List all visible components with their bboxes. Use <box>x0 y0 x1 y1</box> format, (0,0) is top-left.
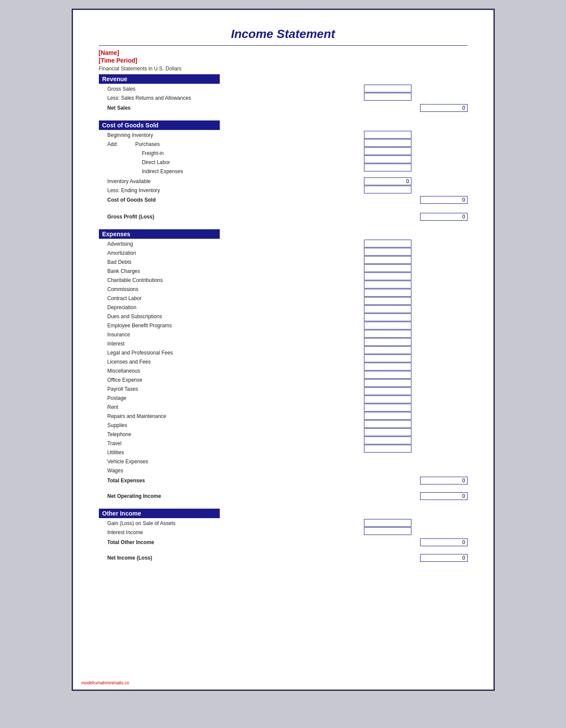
cogs-section-header: Cost of Goods Sold <box>99 120 220 130</box>
expense-input-14[interactable] <box>364 355 411 362</box>
interest-income-label: Interest Income <box>108 529 143 535</box>
cogs-label: Cost of Goods Sold <box>108 197 156 203</box>
expense-item-4: Charitable Contributions <box>108 277 163 283</box>
add-label: Add: <box>108 141 118 147</box>
expense-item-6: Contract Labor <box>108 295 142 301</box>
expense-item-7: Depreciation <box>108 304 136 310</box>
less-sales-input[interactable] <box>364 93 411 101</box>
expenses-section-header: Expenses <box>99 229 220 239</box>
gross-sales-label: Gross Sales <box>108 86 136 92</box>
purchases-input[interactable] <box>364 139 411 147</box>
expense-input-1[interactable] <box>364 248 411 256</box>
expense-item-1: Amortization <box>108 250 136 256</box>
total-expenses-label: Total Expenses <box>108 478 145 484</box>
expense-item-11: Interest <box>108 341 125 347</box>
expense-item-2: Bad Debts <box>108 259 132 265</box>
expense-input-16[interactable] <box>364 371 411 379</box>
direct-labor-input[interactable] <box>364 155 411 163</box>
inventory-available-value[interactable]: 0 <box>364 177 411 185</box>
expense-input-12[interactable] <box>364 338 411 346</box>
gross-sales-input[interactable] <box>364 85 411 92</box>
expense-item-3: Bank Charges <box>108 268 140 274</box>
less-sales-label: Less: Sales Returns and Allowances <box>108 95 191 101</box>
freight-in-input[interactable] <box>364 147 411 155</box>
expense-input-25[interactable] <box>364 445 411 453</box>
revenue-section-header: Revenue <box>99 74 220 84</box>
expense-input-10[interactable] <box>364 322 411 329</box>
interest-income-input[interactable] <box>364 527 411 535</box>
name-field[interactable]: [Name] <box>99 49 468 56</box>
beginning-inventory-input[interactable] <box>364 131 411 139</box>
total-other-income-value[interactable]: 0 <box>420 538 468 546</box>
expense-item-18: Rent <box>108 404 118 410</box>
expense-item-10: Insurance <box>108 332 130 338</box>
time-period-field[interactable]: [Time Period] <box>99 57 468 64</box>
net-sales-value[interactable]: 0 <box>420 104 468 112</box>
expense-item-15: Office Expense <box>108 377 142 383</box>
expense-input-3[interactable] <box>364 264 411 272</box>
expense-input-4[interactable] <box>364 272 411 280</box>
inventory-available-label: Inventory Available <box>108 178 151 184</box>
less-ending-inventory-input[interactable] <box>364 186 411 193</box>
expense-input-19[interactable] <box>364 396 411 403</box>
expense-item-24: Vehicle Expenses <box>108 459 149 465</box>
income-statement-page: Income Statement [Name] [Time Period] Fi… <box>72 9 495 691</box>
indirect-expenses-input[interactable] <box>364 164 411 171</box>
expense-input-13[interactable] <box>364 346 411 354</box>
expense-input-9[interactable] <box>364 313 411 321</box>
expense-input-21[interactable] <box>364 412 411 420</box>
expense-item-14: Miscellaneous <box>108 368 140 374</box>
subtitle: Financial Statements in U.S. Dollars <box>99 66 468 72</box>
expense-input-20[interactable] <box>364 404 411 411</box>
expense-input-0[interactable] <box>364 240 411 247</box>
less-ending-inventory-label: Less: Ending Inventory <box>108 187 160 193</box>
freight-in-label: Freight-in <box>142 150 164 156</box>
expense-item-25: Wages <box>108 468 123 474</box>
expense-input-17[interactable] <box>364 379 411 387</box>
expense-item-16: Payroll Taxes <box>108 386 138 392</box>
expense-input-23[interactable] <box>364 428 411 436</box>
total-expenses-value[interactable]: 0 <box>420 477 468 484</box>
beginning-inventory-label: Beginning Inventory <box>108 132 153 138</box>
expense-input-18[interactable] <box>364 387 411 395</box>
gross-profit-label: Gross Profit (Loss) <box>108 214 155 220</box>
expense-item-0: Advertising <box>108 241 133 247</box>
expense-item-23: Utilities <box>108 449 124 456</box>
indirect-expenses-label: Indirect Expenses <box>142 168 183 174</box>
expense-item-5: Commissions <box>108 286 139 292</box>
total-other-income-label: Total Other Income <box>108 539 154 545</box>
expense-input-11[interactable] <box>364 330 411 338</box>
expense-item-21: Telephone <box>108 431 131 437</box>
net-operating-income-label: Net Operating Income <box>108 493 161 499</box>
expense-item-17: Postage <box>108 395 126 401</box>
expense-input-2[interactable] <box>364 256 411 264</box>
expense-item-19: Repairs and Maintenance <box>108 413 167 419</box>
purchases-label: Purchases <box>135 141 160 147</box>
expense-item-9: Employee Benefit Programs <box>108 323 172 329</box>
expense-input-7[interactable] <box>364 297 411 305</box>
gain-loss-label: Gain (Loss) on Sale of Assets <box>108 520 176 526</box>
direct-labor-label: Direct Labor <box>142 159 170 165</box>
net-income-loss-value[interactable]: 0 <box>420 554 468 562</box>
gross-profit-value[interactable]: 0 <box>420 213 468 221</box>
other-income-section-header: Other Income <box>99 509 220 518</box>
expense-input-5[interactable] <box>364 281 411 288</box>
page-title: Income Statement <box>99 27 468 41</box>
watermark: modelrumahminimalis.co <box>82 681 130 685</box>
expense-item-13: Licenses and Fees <box>108 359 151 365</box>
expense-item-20: Supplies <box>108 422 127 428</box>
expense-item-8: Dues and Subscriptions <box>108 313 162 320</box>
expense-input-22[interactable] <box>364 420 411 428</box>
net-income-loss-label: Net Income (Loss) <box>108 555 152 561</box>
expense-input-8[interactable] <box>364 305 411 313</box>
expense-input-6[interactable] <box>364 289 411 297</box>
net-operating-income-value[interactable]: 0 <box>420 492 468 500</box>
cogs-value[interactable]: 0 <box>420 196 468 204</box>
expense-input-24[interactable] <box>364 437 411 444</box>
expense-item-22: Travel <box>108 440 122 446</box>
expense-input-15[interactable] <box>364 363 411 370</box>
expense-item-12: Legal and Professional Fees <box>108 350 173 356</box>
gain-loss-input[interactable] <box>364 519 411 527</box>
net-sales-label: Net Sales <box>108 105 131 111</box>
